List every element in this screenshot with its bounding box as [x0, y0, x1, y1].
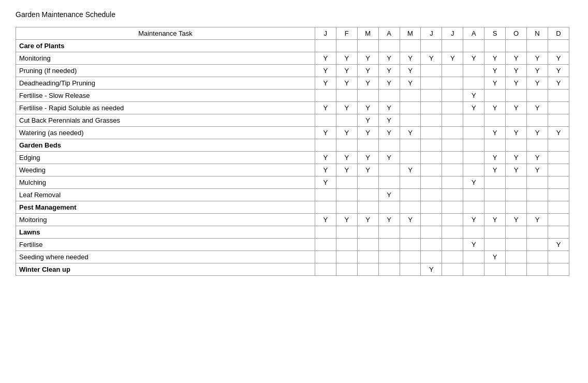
month-cell: Y	[463, 52, 484, 65]
month-cell: Y	[484, 52, 506, 65]
month-header-s: S	[484, 27, 506, 40]
month-cell: Y	[421, 263, 442, 276]
month-cell	[336, 40, 357, 52]
month-cell	[336, 139, 357, 152]
month-cell	[442, 152, 463, 164]
month-cell	[421, 139, 442, 152]
month-cell: Y	[463, 90, 484, 102]
month-cell	[527, 263, 548, 276]
table-row: Winter Clean upY	[16, 263, 569, 276]
month-cell	[442, 65, 463, 77]
month-cell	[421, 214, 442, 226]
month-cell	[548, 102, 569, 114]
month-cell	[463, 251, 484, 263]
month-cell: Y	[357, 52, 378, 65]
month-cell	[378, 263, 400, 276]
month-cell	[357, 263, 378, 276]
month-cell	[527, 40, 548, 52]
month-cell: Y	[400, 65, 421, 77]
month-cell	[378, 176, 400, 189]
month-cell: Y	[357, 65, 378, 77]
month-cell	[315, 263, 336, 276]
month-cell: Y	[484, 214, 506, 226]
month-cell	[315, 226, 336, 239]
month-cell	[357, 139, 378, 152]
table-row: Fertilise - Slow ReleaseY	[16, 90, 569, 102]
month-cell: Y	[484, 251, 506, 263]
month-cell: Y	[400, 214, 421, 226]
month-cell	[336, 251, 357, 263]
month-cell	[527, 90, 548, 102]
month-cell	[421, 201, 442, 214]
month-cell	[442, 90, 463, 102]
month-cell: Y	[527, 77, 548, 90]
month-cell: Y	[378, 214, 400, 226]
month-cell	[357, 251, 378, 263]
month-cell	[484, 176, 506, 189]
month-cell: Y	[378, 52, 400, 65]
month-cell	[484, 90, 506, 102]
month-cell	[357, 90, 378, 102]
month-cell	[463, 127, 484, 139]
month-cell	[315, 114, 336, 127]
month-cell: Y	[484, 65, 506, 77]
month-cell: Y	[400, 52, 421, 65]
section-header-cell: Pest Management	[16, 201, 315, 214]
month-cell	[548, 90, 569, 102]
section-header-cell: Lawns	[16, 226, 315, 239]
month-header-j2: J	[421, 27, 442, 40]
month-header-m2: M	[400, 27, 421, 40]
month-cell: Y	[506, 77, 527, 90]
month-cell	[400, 201, 421, 214]
month-cell	[527, 139, 548, 152]
month-cell	[548, 164, 569, 176]
month-cell	[336, 114, 357, 127]
month-cell	[484, 189, 506, 201]
month-cell: Y	[527, 152, 548, 164]
month-cell: Y	[442, 52, 463, 65]
month-cell: Y	[484, 152, 506, 164]
month-cell	[400, 139, 421, 152]
month-cell	[378, 251, 400, 263]
month-cell	[463, 189, 484, 201]
table-row: Watering (as needed)YYYYYYYYY	[16, 127, 569, 139]
month-cell: Y	[315, 52, 336, 65]
task-label-cell: Monitoring	[16, 52, 315, 65]
month-cell: Y	[527, 164, 548, 176]
month-cell: Y	[357, 114, 378, 127]
month-cell	[421, 40, 442, 52]
table-row: Pruning (If needed)YYYYYYYYY	[16, 65, 569, 77]
month-cell	[484, 114, 506, 127]
month-cell	[336, 176, 357, 189]
month-cell: Y	[506, 152, 527, 164]
month-cell	[463, 226, 484, 239]
month-cell	[421, 65, 442, 77]
page-title: Garden Maintenance Schedule	[16, 10, 572, 19]
month-cell	[506, 40, 527, 52]
month-cell	[506, 176, 527, 189]
month-cell	[357, 201, 378, 214]
month-cell	[548, 114, 569, 127]
month-cell	[463, 65, 484, 77]
month-cell	[527, 176, 548, 189]
month-header-a1: A	[378, 27, 400, 40]
month-cell	[506, 251, 527, 263]
month-cell	[378, 201, 400, 214]
task-column-header: Maintenance Task	[16, 27, 315, 40]
table-header-row: Maintenance Task J F M A M J J A S O N D	[16, 27, 569, 40]
month-cell: Y	[336, 52, 357, 65]
task-label-cell: Seeding where needed	[16, 251, 315, 263]
month-cell	[463, 164, 484, 176]
month-cell	[463, 77, 484, 90]
month-cell	[442, 176, 463, 189]
table-row: FertiliseYY	[16, 239, 569, 251]
month-cell	[421, 102, 442, 114]
month-cell: Y	[315, 102, 336, 114]
month-cell: Y	[315, 176, 336, 189]
month-header-n: N	[527, 27, 548, 40]
month-cell	[421, 90, 442, 102]
section-header-cell: Care of Plants	[16, 40, 315, 52]
month-header-a2: A	[463, 27, 484, 40]
month-cell: Y	[527, 214, 548, 226]
month-cell	[463, 139, 484, 152]
